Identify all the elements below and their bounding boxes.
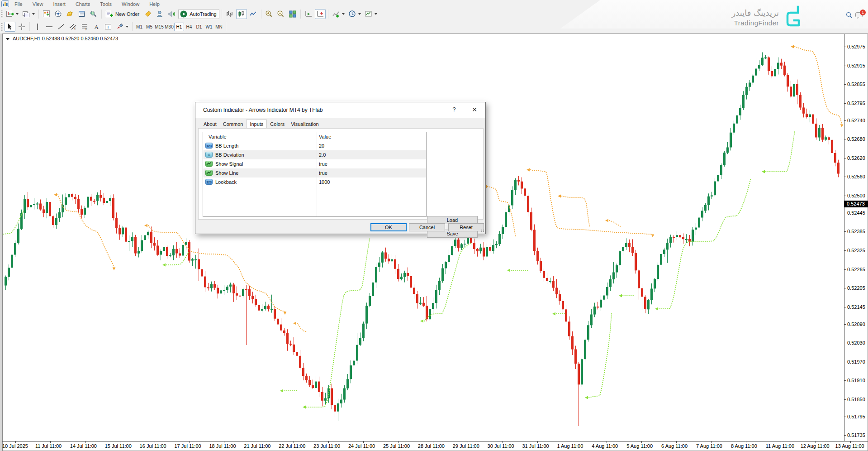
time-tick — [850, 441, 851, 443]
price-label: 0.52265 — [847, 267, 865, 272]
price-label: 0.52740 — [847, 118, 865, 123]
input-label: Show Line — [215, 170, 238, 176]
price-tick — [844, 288, 846, 288]
input-value[interactable]: 1000 — [319, 178, 330, 187]
current-price-badge: 0.52473 — [844, 201, 868, 207]
column-divider — [317, 132, 317, 216]
input-value[interactable]: 2.0 — [319, 150, 326, 159]
column-value: Value — [319, 132, 331, 141]
time-tick — [607, 441, 607, 443]
input-row-bb-deviation[interactable]: ½BB Deviation2.0 — [203, 150, 426, 159]
time-label: 22 Jul 11:00 — [279, 443, 305, 449]
time-tick — [641, 441, 642, 443]
price-label: 0.52620 — [847, 155, 865, 161]
collapse-triangle-icon[interactable] — [6, 38, 9, 40]
input-value[interactable]: true — [319, 168, 327, 178]
time-label: 30 Jul 11:00 — [488, 443, 514, 449]
boolean-input-icon — [205, 170, 213, 176]
time-label: 29 Jul 11:00 — [453, 443, 479, 449]
inputs-table[interactable]: VariableValue123BB Length20½BB Deviation… — [203, 132, 427, 217]
input-value[interactable]: 20 — [319, 141, 324, 150]
time-tick — [711, 441, 711, 443]
time-tick — [224, 441, 224, 443]
time-tick — [676, 441, 677, 443]
input-row-show-line[interactable]: Show Linetrue — [203, 168, 426, 178]
time-tick — [746, 441, 746, 443]
ok-button[interactable]: OK — [370, 223, 407, 231]
cancel-button[interactable]: Cancel — [409, 223, 445, 231]
time-tick — [363, 441, 364, 443]
price-label: 0.52325 — [847, 248, 865, 253]
time-label: 7 Aug 11:00 — [696, 443, 722, 449]
time-label: 10 Jul 2025 — [2, 443, 28, 449]
price-tick — [844, 417, 846, 417]
price-tick — [844, 250, 846, 251]
price-tick — [844, 120, 846, 121]
dialog-title: Custom Indicator - Arrows Indicator MT4 … — [195, 102, 485, 118]
price-tick — [844, 231, 846, 232]
time-tick — [190, 441, 190, 443]
time-tick — [398, 441, 398, 443]
tab-inputs[interactable]: Inputs — [246, 120, 267, 128]
price-label: 0.52795 — [847, 101, 865, 106]
price-label: 0.51795 — [847, 414, 865, 419]
price-label: 0.52090 — [847, 321, 865, 327]
input-value[interactable]: true — [319, 159, 327, 168]
price-label: 0.51735 — [847, 432, 865, 438]
price-tick — [844, 324, 846, 325]
time-tick — [468, 441, 468, 443]
input-row-lookback[interactable]: 123Lookback1000 — [203, 178, 426, 187]
price-label: 0.52445 — [847, 210, 865, 216]
price-tick — [844, 177, 846, 177]
time-label: 4 Aug 11:00 — [592, 443, 618, 449]
reset-button[interactable]: Reset — [448, 223, 484, 231]
price-label: 0.51850 — [847, 397, 865, 402]
inputs-tab-page: VariableValue123BB Length20½BB Deviation… — [198, 128, 484, 220]
dialog-close-button[interactable]: ✕ — [466, 102, 483, 116]
time-label: 31 Jul 11:00 — [522, 443, 549, 449]
time-label: 21 Jul 11:00 — [244, 443, 270, 449]
price-tick — [844, 343, 846, 343]
price-label: 0.51970 — [847, 359, 865, 365]
price-label: 0.52145 — [847, 304, 865, 310]
time-tick — [294, 441, 294, 443]
price-tick — [844, 307, 846, 307]
price-tick — [844, 139, 846, 139]
input-row-bb-length[interactable]: 123BB Length20 — [203, 141, 426, 150]
price-label: 0.52030 — [847, 340, 865, 345]
time-tick — [85, 441, 85, 443]
time-label: 1 Aug 11:00 — [557, 443, 583, 449]
price-tick — [844, 158, 846, 158]
price-label: 0.52915 — [847, 63, 865, 68]
price-tick — [844, 47, 846, 47]
tab-common[interactable]: Common — [220, 120, 247, 128]
tab-colors[interactable]: Colors — [267, 120, 288, 128]
time-tick — [328, 441, 329, 443]
price-tick — [844, 362, 846, 362]
mt4-window: FileViewInsertChartsToolsWindowHelp – ❐ … — [0, 0, 868, 451]
tab-about[interactable]: About — [200, 120, 220, 128]
input-label: BB Deviation — [215, 152, 244, 158]
decimal-input-icon: ½ — [205, 152, 213, 158]
time-label: 8 Aug 11:00 — [731, 443, 757, 449]
time-label: 23 Jul 11:00 — [313, 443, 340, 449]
time-label: 17 Jul 11:00 — [175, 443, 201, 449]
time-tick — [155, 441, 155, 443]
time-tick — [120, 441, 120, 443]
price-label: 0.52560 — [847, 174, 865, 179]
numeric-input-icon: 123 — [205, 143, 213, 149]
time-label: 25 Jul 11:00 — [383, 443, 410, 449]
time-tick — [572, 441, 572, 443]
input-row-show-signal[interactable]: Show Signaltrue — [203, 159, 426, 168]
dialog-resize-grip[interactable] — [481, 229, 484, 233]
price-label: 0.52680 — [847, 136, 865, 142]
time-tick — [259, 441, 259, 443]
time-label: 15 Jul 11:00 — [105, 443, 132, 449]
dialog-help-button[interactable]: ? — [446, 102, 463, 116]
boolean-input-icon — [205, 161, 213, 167]
time-tick — [50, 441, 51, 443]
tab-visualization[interactable]: Visualization — [288, 120, 322, 128]
price-label: 0.52385 — [847, 229, 865, 234]
chart-symbol-label: AUDCHF,H1 0.52488 0.52520 0.52460 0.5247… — [6, 36, 118, 41]
time-label: 16 Jul 11:00 — [140, 443, 166, 449]
